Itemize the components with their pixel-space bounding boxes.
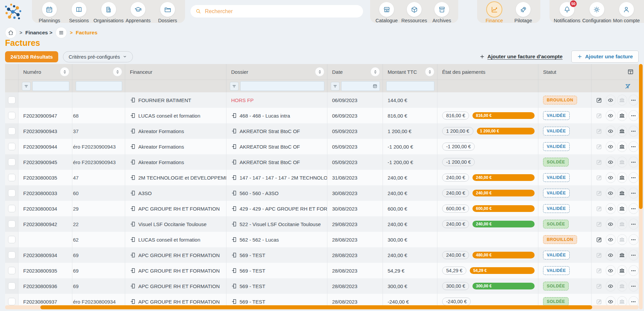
table-row[interactable]: F20230900944 éro F20230900943 Akreator F…	[5, 139, 639, 154]
view-button[interactable]	[606, 203, 616, 214]
edit-button[interactable]	[594, 219, 604, 229]
app-logo-icon[interactable]	[3, 2, 23, 22]
view-button[interactable]	[606, 172, 616, 183]
row-checkbox[interactable]	[8, 127, 15, 135]
filter-numero-button[interactable]	[22, 82, 31, 91]
payment-button[interactable]	[617, 110, 627, 121]
nav-item-finance[interactable]: Finance	[480, 2, 509, 23]
more-actions-button[interactable]	[629, 296, 639, 305]
payment-button[interactable]	[617, 265, 627, 276]
row-checkbox[interactable]	[8, 236, 15, 243]
filter-date-input[interactable]	[344, 84, 372, 89]
filter-montant-input[interactable]	[389, 84, 432, 89]
vertical-scrollbar[interactable]	[639, 64, 643, 309]
view-button[interactable]	[606, 265, 616, 276]
row-checkbox[interactable]	[8, 298, 15, 305]
payment-button[interactable]	[617, 172, 627, 183]
nav-item-ressources[interactable]: Ressources	[400, 2, 428, 23]
nav-item-sessions[interactable]: Sessions	[64, 2, 94, 23]
nav-item-notifications[interactable]: 50 Notifications	[552, 2, 582, 23]
nav-item-dossiers[interactable]: Dossiers	[153, 2, 182, 23]
table-row[interactable]: 62 LUCAS conseil et formation 562 - 562 …	[5, 232, 639, 247]
search-input[interactable]	[205, 8, 358, 14]
row-checkbox[interactable]	[8, 220, 15, 228]
view-button[interactable]	[606, 95, 616, 105]
edit-button[interactable]	[594, 203, 604, 214]
nav-item-plannings[interactable]: Plannings	[35, 2, 64, 23]
table-row[interactable]: F20230800935 69 APC GROUPE RH ET FORMATI…	[5, 263, 639, 278]
nav-item-archives[interactable]: Archives	[428, 2, 456, 23]
view-button[interactable]	[606, 126, 616, 136]
horizontal-scrollbar-thumb[interactable]	[40, 305, 592, 309]
table-row[interactable]: F20230900945 éro F20230900943 Akreator F…	[5, 154, 639, 170]
payment-button[interactable]	[617, 219, 627, 229]
payment-button[interactable]	[617, 234, 627, 245]
edit-button[interactable]	[594, 95, 604, 105]
more-actions-button[interactable]	[629, 219, 639, 229]
table-row[interactable]: F20230900943 37 Akreator Formations AKRE…	[5, 123, 639, 139]
sort-numero-button[interactable]	[60, 67, 69, 76]
more-actions-button[interactable]	[629, 188, 639, 198]
add-invoice-button[interactable]: Ajouter une facture	[571, 51, 639, 63]
nav-item-apprenants[interactable]: Apprenants	[123, 2, 153, 23]
table-row[interactable]: F20230800034 29 APC GROUPE RH ET FORMATI…	[5, 201, 639, 216]
breadcrumb-factures[interactable]: Factures	[76, 30, 98, 36]
view-button[interactable]	[606, 296, 616, 305]
vertical-scrollbar-thumb[interactable]	[639, 64, 643, 209]
row-checkbox[interactable]	[8, 205, 15, 212]
table-row[interactable]: FOURNIER BATIMENT HORS FP 06/09/2023 144…	[5, 92, 639, 108]
edit-button[interactable]	[594, 141, 604, 152]
table-row[interactable]: F20230800934 69 APC GROUPE RH ET FORMATI…	[5, 247, 639, 263]
filter-date-button[interactable]	[331, 82, 339, 91]
row-checkbox[interactable]	[8, 143, 15, 150]
breadcrumb-finances[interactable]: Finances >	[25, 30, 52, 36]
payment-button[interactable]	[617, 296, 627, 305]
criteria-dropdown[interactable]: Critères pré-configurés	[63, 51, 133, 62]
filter-numero-input[interactable]	[35, 84, 67, 89]
more-actions-button[interactable]	[629, 157, 639, 167]
table-row[interactable]: F20230800942 22 Visuel LSF Occitanie Tou…	[5, 216, 639, 232]
nav-item-configuration[interactable]: Configuration	[582, 2, 612, 23]
view-button[interactable]	[606, 234, 616, 245]
nav-item-organisations[interactable]: Organisations	[94, 2, 123, 23]
more-actions-button[interactable]	[629, 203, 639, 214]
table-row[interactable]: F20230900947 68 LUCAS conseil et formati…	[5, 108, 639, 123]
view-button[interactable]	[606, 250, 616, 260]
horizontal-scrollbar[interactable]	[5, 305, 639, 309]
row-checkbox[interactable]	[8, 282, 15, 290]
calendar-icon[interactable]	[372, 84, 378, 89]
more-actions-button[interactable]	[629, 250, 639, 260]
row-checkbox[interactable]	[8, 96, 15, 104]
row-checkbox[interactable]	[8, 251, 15, 259]
row-checkbox[interactable]	[8, 189, 15, 197]
table-row[interactable]: F20230800937 éro F20230800934 APC GROUPE…	[5, 294, 639, 305]
clear-filters-icon[interactable]	[624, 83, 631, 90]
table-row[interactable]: F20230800936 69 APC GROUPE RH ET FORMATI…	[5, 278, 639, 294]
row-checkbox[interactable]	[8, 112, 15, 119]
add-deposit-invoice-link[interactable]: Ajouter une facture d'acompte	[479, 54, 563, 60]
nav-item-pilotage[interactable]: Pilotage	[509, 2, 538, 23]
sort-ref-button[interactable]	[113, 67, 122, 76]
more-actions-button[interactable]	[629, 95, 639, 105]
view-button[interactable]	[606, 219, 616, 229]
home-button[interactable]	[5, 27, 16, 38]
payment-button[interactable]	[617, 281, 627, 291]
payment-button[interactable]	[617, 188, 627, 198]
payment-button[interactable]	[617, 157, 627, 167]
table-row[interactable]: F20230800033 60 A3SO 560 - 560 - A3SO 30…	[5, 185, 639, 201]
more-actions-button[interactable]	[629, 110, 639, 121]
more-actions-button[interactable]	[629, 234, 639, 245]
payment-button[interactable]	[617, 95, 627, 105]
edit-button[interactable]	[594, 265, 604, 276]
view-button[interactable]	[606, 281, 616, 291]
nav-item-catalogue[interactable]: Catalogue	[373, 2, 400, 23]
breadcrumb-menu-button[interactable]	[56, 27, 67, 38]
filter-dossier-button[interactable]	[230, 82, 239, 91]
payment-button[interactable]	[617, 203, 627, 214]
edit-button[interactable]	[594, 296, 604, 305]
more-actions-button[interactable]	[629, 141, 639, 152]
columns-icon[interactable]	[627, 68, 634, 75]
more-actions-button[interactable]	[629, 126, 639, 136]
payment-button[interactable]	[617, 250, 627, 260]
filter-ref-input[interactable]	[78, 84, 120, 89]
